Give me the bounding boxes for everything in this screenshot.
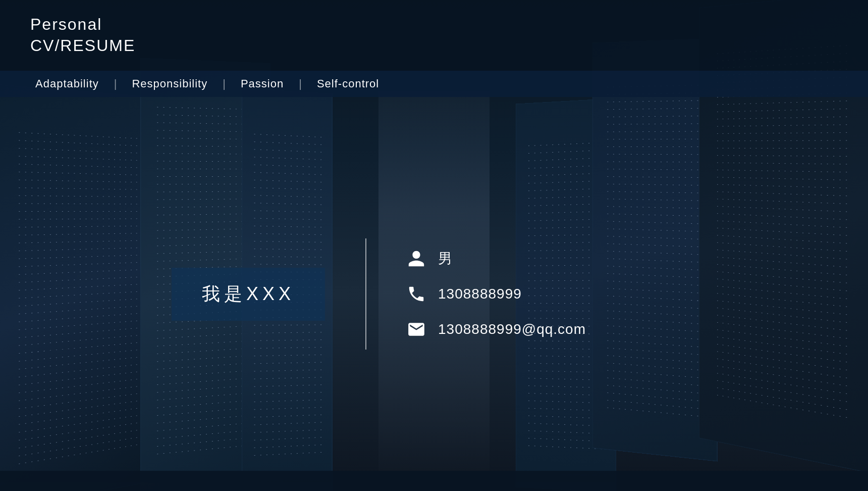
nav-separator-2: | [223,77,226,90]
header-title-line2: CV/RESUME [30,35,135,57]
nav-item-passion[interactable]: Passion [236,77,289,90]
person-icon [407,249,426,268]
main-content: 我是XXX 男 1308888999 1308888999@qq.com [0,97,868,491]
phone-icon [407,284,426,304]
header-title: Personal CV/RESUME [30,14,135,56]
contact-info: 男 1308888999 1308888999@qq.com [407,249,586,339]
name-card: 我是XXX [172,268,325,321]
email-text: 1308888999@qq.com [438,321,586,337]
phone-text: 1308888999 [438,286,522,302]
contact-row-phone: 1308888999 [407,284,586,304]
header: Personal CV/RESUME [0,0,868,71]
header-title-line1: Personal [30,14,135,35]
vertical-divider [365,238,366,350]
email-icon [407,320,426,339]
bottom-bar [0,471,868,491]
nav-item-adaptability[interactable]: Adaptability [30,77,104,90]
nav-item-responsibility[interactable]: Responsibility [127,77,212,90]
nav-item-selfcontrol[interactable]: Self-control [312,77,384,90]
contact-row-gender: 男 [407,249,586,268]
gender-text: 男 [438,249,453,268]
name-text: 我是XXX [202,283,295,304]
contact-row-email: 1308888999@qq.com [407,320,586,339]
navbar: Adaptability | Responsibility | Passion … [0,71,868,97]
nav-separator-1: | [114,77,117,90]
nav-separator-3: | [299,77,302,90]
